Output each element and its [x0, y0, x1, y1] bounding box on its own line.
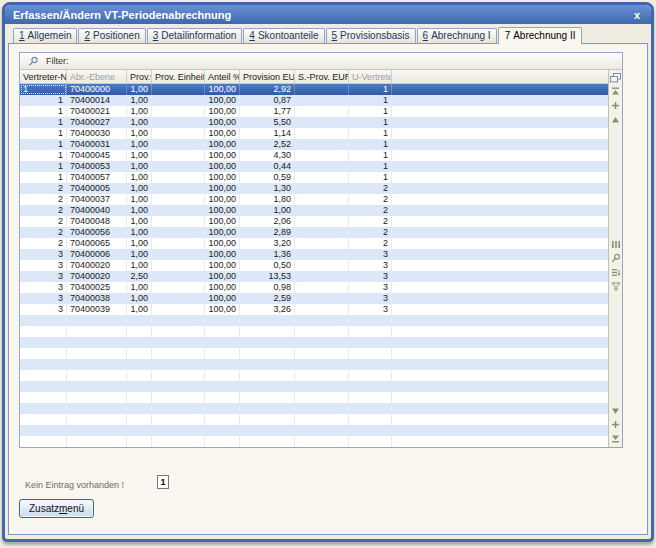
- table-row[interactable]: 1704000571,00100,000,591: [20, 172, 608, 183]
- cell: [295, 293, 349, 304]
- cell: [152, 194, 205, 205]
- columns-icon[interactable]: [610, 239, 622, 250]
- table-row[interactable]: 2704000371,00100,001,802: [20, 194, 608, 205]
- filter-bar[interactable]: Filter:: [20, 53, 622, 70]
- cell: 2: [349, 194, 392, 205]
- cell: 70400048: [67, 216, 127, 227]
- cell: [127, 392, 152, 403]
- table-row[interactable]: 3704000202,50100,0013,533: [20, 271, 608, 282]
- table-row[interactable]: 1704000271,00100,005,501: [20, 117, 608, 128]
- cell: 1: [20, 84, 67, 95]
- column-header[interactable]: Anteil %: [205, 70, 240, 83]
- cell: 4,30: [240, 150, 295, 161]
- cell: [152, 370, 205, 381]
- table-row[interactable]: 2704000651,00100,003,202: [20, 238, 608, 249]
- close-icon[interactable]: x: [631, 9, 643, 21]
- cell: [20, 359, 67, 370]
- cell: [240, 315, 295, 326]
- column-header[interactable]: Vertreter-Nr.: [20, 70, 67, 83]
- cell: [152, 227, 205, 238]
- cell: 100,00: [205, 238, 240, 249]
- sort-icon[interactable]: [610, 267, 622, 278]
- cell: [240, 392, 295, 403]
- table-row[interactable]: 2704000051,00100,001,302: [20, 183, 608, 194]
- cell: [295, 337, 349, 348]
- column-header[interactable]: U-Vertreter: [349, 70, 392, 83]
- filter-icon[interactable]: [610, 281, 622, 292]
- cell: [67, 392, 127, 403]
- tab-positionen[interactable]: 2Positionen: [78, 28, 145, 43]
- empty-row[interactable]: [20, 315, 608, 326]
- scroll-down-icon[interactable]: [610, 419, 622, 430]
- column-header[interactable]: Prov.%: [127, 70, 152, 83]
- cell: 100,00: [205, 227, 240, 238]
- table-row[interactable]: 3704000061,00100,001,363: [20, 249, 608, 260]
- column-header[interactable]: Prov. Einheiten: [152, 70, 205, 83]
- table-row[interactable]: 1704000531,00100,000,441: [20, 161, 608, 172]
- tab-abrechnung-2[interactable]: 7Abrechnung II: [498, 27, 583, 44]
- cell: 2: [349, 227, 392, 238]
- cell: 3: [20, 304, 67, 315]
- scroll-up-icon[interactable]: [610, 100, 622, 111]
- cell: [152, 216, 205, 227]
- cell: [127, 370, 152, 381]
- table-row[interactable]: 3704000391,00100,003,263: [20, 304, 608, 315]
- empty-row[interactable]: [20, 392, 608, 403]
- empty-row[interactable]: [20, 326, 608, 337]
- table-row[interactable]: 1704000141,00100,000,871: [20, 95, 608, 106]
- cell: 13,53: [240, 271, 295, 282]
- cell-filler: [392, 139, 608, 150]
- table-row[interactable]: 3704000251,00100,000,983: [20, 282, 608, 293]
- cell: [152, 392, 205, 403]
- empty-row[interactable]: [20, 403, 608, 414]
- table-row[interactable]: 1704000451,00100,004,301: [20, 150, 608, 161]
- search-icon[interactable]: [610, 253, 622, 264]
- data-grid: Filter: Vertreter-Nr.Abr.-EbeneProv.%Pro…: [19, 52, 623, 448]
- table-row[interactable]: 3704000201,00100,000,503: [20, 260, 608, 271]
- cell: 70400020: [67, 260, 127, 271]
- cell: 1,00: [127, 183, 152, 194]
- empty-row[interactable]: [20, 348, 608, 359]
- cell: [295, 326, 349, 337]
- cell: [205, 348, 240, 359]
- table-row[interactable]: 2704000481,00100,002,062: [20, 216, 608, 227]
- column-header[interactable]: Abr.-Ebene: [67, 70, 127, 83]
- empty-row[interactable]: [20, 370, 608, 381]
- cell: [295, 282, 349, 293]
- empty-row[interactable]: [20, 359, 608, 370]
- table-row[interactable]: 1704000001,00100,002,921: [20, 84, 608, 95]
- empty-row[interactable]: [20, 414, 608, 425]
- step-up-icon[interactable]: [610, 114, 622, 125]
- cell: 0,44: [240, 161, 295, 172]
- column-header[interactable]: Provision EUR: [240, 70, 295, 83]
- tab-abrechnung-1[interactable]: 6Abrechnung I: [417, 28, 497, 43]
- cell: 2: [349, 183, 392, 194]
- scroll-top-icon[interactable]: [610, 86, 622, 97]
- table-row[interactable]: 3704000381,00100,002,593: [20, 293, 608, 304]
- column-chooser-icon[interactable]: [610, 72, 622, 83]
- tab-allgemein[interactable]: 1Allgemein: [13, 28, 77, 43]
- table-row[interactable]: 2704000401,00100,001,002: [20, 205, 608, 216]
- table-row[interactable]: 1704000301,00100,001,141: [20, 128, 608, 139]
- step-down-icon[interactable]: [610, 405, 622, 416]
- tab-provisionsbasis[interactable]: 5Provisionsbasis: [326, 28, 416, 43]
- empty-row[interactable]: [20, 337, 608, 348]
- tab-detailinformation[interactable]: 3Detailinformation: [147, 28, 243, 43]
- cell: [349, 436, 392, 447]
- cell-filler: [392, 227, 608, 238]
- table-row[interactable]: 1704000211,00100,001,771: [20, 106, 608, 117]
- side-toolbar-bottom-group: [610, 405, 622, 444]
- empty-row[interactable]: [20, 425, 608, 436]
- column-header[interactable]: S.-Prov. EUR: [295, 70, 349, 83]
- cell: [127, 381, 152, 392]
- cell: [152, 117, 205, 128]
- empty-row[interactable]: [20, 436, 608, 447]
- cell: [127, 436, 152, 447]
- scroll-bottom-icon[interactable]: [610, 433, 622, 444]
- table-row[interactable]: 1704000311,00100,002,521: [20, 139, 608, 150]
- cell: 100,00: [205, 128, 240, 139]
- table-row[interactable]: 2704000561,00100,002,892: [20, 227, 608, 238]
- tab-skontoanteile[interactable]: 4Skontoanteile: [243, 28, 324, 43]
- zusatzmenu-button[interactable]: Zusatzmenü: [19, 499, 94, 518]
- empty-row[interactable]: [20, 381, 608, 392]
